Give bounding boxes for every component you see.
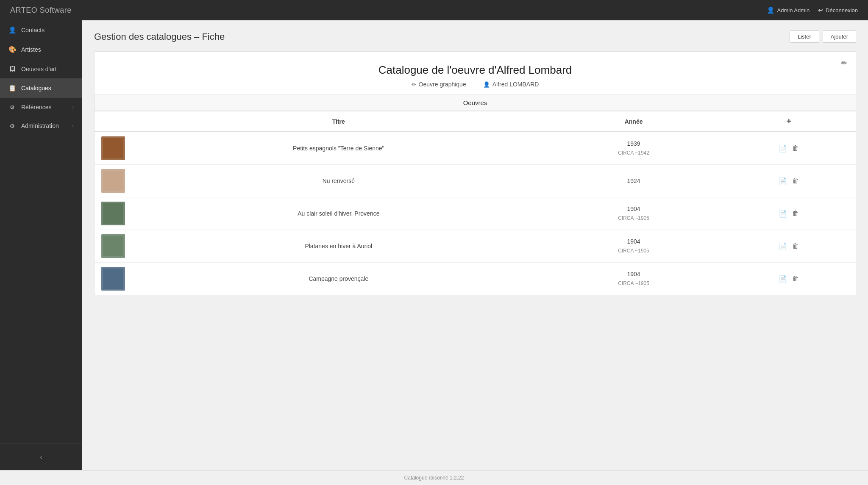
sidebar-label-administration: Administration [21, 122, 59, 129]
user-menu[interactable]: 👤 Admin Admin [767, 6, 810, 14]
col-header-add[interactable]: + [722, 111, 856, 132]
topnav-right: 👤 Admin Admin ↩ Déconnexion [767, 6, 858, 14]
table-row: Nu renversé1924 📄 🗑 [95, 165, 856, 197]
artist-icon: 👤 [483, 81, 490, 88]
references-icon: ⚙ [8, 104, 16, 111]
catalogues-icon: 📋 [8, 84, 16, 92]
row-title: Campagne provençale [132, 263, 545, 295]
sidebar-label-artistes: Artistes [21, 46, 41, 53]
user-label: Admin Admin [777, 7, 810, 14]
row-thumbnail-cell [95, 197, 132, 230]
artwork-thumbnail[interactable] [101, 234, 125, 258]
artist-label: Alfred LOMBARD [492, 81, 539, 88]
footer-text: Catalogue raisonné 1.2.22 [404, 475, 464, 481]
pdf-icon[interactable]: 📄 [779, 177, 787, 185]
col-header-title: Titre [132, 111, 545, 132]
row-actions-cell: 📄 🗑 [722, 263, 856, 295]
main-content: Gestion des catalogues – Fiche Lister Aj… [82, 20, 868, 470]
logout-button[interactable]: ↩ Déconnexion [818, 7, 858, 14]
table-row: Platanes en hiver à Auriol1904CIRCA ~190… [95, 230, 856, 263]
artwork-thumbnail[interactable] [101, 202, 125, 225]
layout: 👤 Contacts 🎨 Artistes 🖼 Oeuvres d'art 📋 … [0, 20, 868, 470]
sidebar-label-contacts: Contacts [21, 27, 45, 33]
user-icon: 👤 [767, 6, 775, 14]
pdf-icon[interactable]: 📄 [779, 210, 787, 218]
row-circa: CIRCA ~1905 [618, 280, 649, 286]
row-actions-cell: 📄 🗑 [722, 165, 856, 197]
logout-icon: ↩ [818, 7, 823, 14]
pdf-icon[interactable]: 📄 [779, 144, 787, 152]
svg-rect-9 [103, 269, 123, 289]
sidebar-item-administration[interactable]: ⚙ Administration › [0, 116, 82, 135]
svg-rect-1 [103, 138, 123, 158]
table-row: Petits espagnols "Terre de Sienne"1939CI… [95, 132, 856, 165]
row-year: 1904CIRCA ~1905 [545, 263, 722, 295]
sidebar-item-catalogues[interactable]: 📋 Catalogues [0, 78, 82, 98]
table-row: Campagne provençale1904CIRCA ~1905 📄 🗑 [95, 263, 856, 295]
row-circa: CIRCA ~1942 [618, 150, 649, 156]
ajouter-button[interactable]: Ajouter [823, 30, 856, 43]
chevron-right-icon: › [72, 105, 74, 110]
brand: ARTEO Software [10, 6, 72, 15]
sidebar-bottom: ‹ [0, 443, 82, 470]
artwork-thumbnail[interactable] [101, 136, 125, 160]
row-circa: CIRCA ~1905 [618, 248, 649, 254]
svg-rect-7 [103, 236, 123, 256]
table-body: Petits espagnols "Terre de Sienne"1939CI… [95, 132, 856, 295]
row-year: 1904CIRCA ~1905 [545, 197, 722, 230]
sidebar-item-references[interactable]: ⚙ Références › [0, 98, 82, 116]
row-actions-cell: 📄 🗑 [722, 197, 856, 230]
sidebar-item-contacts[interactable]: 👤 Contacts [0, 20, 82, 40]
logout-label: Déconnexion [826, 7, 858, 14]
delete-icon[interactable]: 🗑 [792, 242, 799, 250]
row-title: Platanes en hiver à Auriol [132, 230, 545, 263]
pdf-icon[interactable]: 📄 [779, 242, 787, 250]
row-thumbnail-cell [95, 230, 132, 263]
row-title: Nu renversé [132, 165, 545, 197]
delete-icon[interactable]: 🗑 [792, 144, 799, 152]
row-thumbnail-cell [95, 132, 132, 165]
row-actions-cell: 📄 🗑 [722, 132, 856, 165]
card-meta: ✏ Oeuvre graphique 👤 Alfred LOMBARD [105, 81, 846, 88]
delete-icon[interactable]: 🗑 [792, 177, 799, 185]
lister-button[interactable]: Lister [790, 30, 819, 43]
sidebar-label-oeuvres: Oeuvres d'art [21, 66, 57, 72]
chevron-right-admin-icon: › [72, 123, 74, 128]
type-icon: ✏ [412, 81, 416, 88]
brand-name: ARTEO [10, 6, 37, 14]
table-row: Au clair soleil d'hiver, Provence1904CIR… [95, 197, 856, 230]
sidebar: 👤 Contacts 🎨 Artistes 🖼 Oeuvres d'art 📋 … [0, 20, 82, 470]
delete-icon[interactable]: 🗑 [792, 210, 799, 217]
row-circa: CIRCA ~1905 [618, 215, 649, 221]
header-actions: Lister Ajouter [790, 30, 856, 43]
artistes-icon: 🎨 [8, 46, 16, 53]
tab-oeuvres[interactable]: Oeuvres [95, 95, 856, 111]
row-year: 1939CIRCA ~1942 [545, 132, 722, 165]
artwork-thumbnail[interactable] [101, 169, 125, 193]
sidebar-item-oeuvres[interactable]: 🖼 Oeuvres d'art [0, 59, 82, 78]
catalogue-type: ✏ Oeuvre graphique [412, 81, 466, 88]
catalogue-title: Catalogue de l'oeuvre d'Alfred Lombard [105, 64, 846, 77]
row-year: 1904CIRCA ~1905 [545, 230, 722, 263]
brand-suffix: Software [37, 6, 72, 14]
page-title: Gestion des catalogues – Fiche [94, 31, 225, 42]
delete-icon[interactable]: 🗑 [792, 275, 799, 283]
tab-label-oeuvres: Oeuvres [463, 99, 487, 106]
sidebar-collapse-button[interactable]: ‹ [33, 450, 49, 464]
row-thumbnail-cell [95, 263, 132, 295]
oeuvres-icon: 🖼 [8, 65, 16, 72]
row-thumbnail-cell [95, 165, 132, 197]
row-title: Au clair soleil d'hiver, Provence [132, 197, 545, 230]
edit-button[interactable]: ✏ [841, 58, 847, 68]
add-row-icon[interactable]: + [786, 116, 791, 126]
contacts-icon: 👤 [8, 26, 16, 34]
administration-icon: ⚙ [8, 123, 16, 129]
artwork-thumbnail[interactable] [101, 267, 125, 291]
col-header-thumb [95, 111, 132, 132]
sidebar-item-artistes[interactable]: 🎨 Artistes [0, 40, 82, 59]
row-actions-cell: 📄 🗑 [722, 230, 856, 263]
pdf-icon[interactable]: 📄 [779, 275, 787, 283]
card-header: Catalogue de l'oeuvre d'Alfred Lombard ✏… [95, 52, 856, 95]
catalogue-card: Catalogue de l'oeuvre d'Alfred Lombard ✏… [94, 51, 856, 295]
table-header-row: Titre Année + [95, 111, 856, 132]
